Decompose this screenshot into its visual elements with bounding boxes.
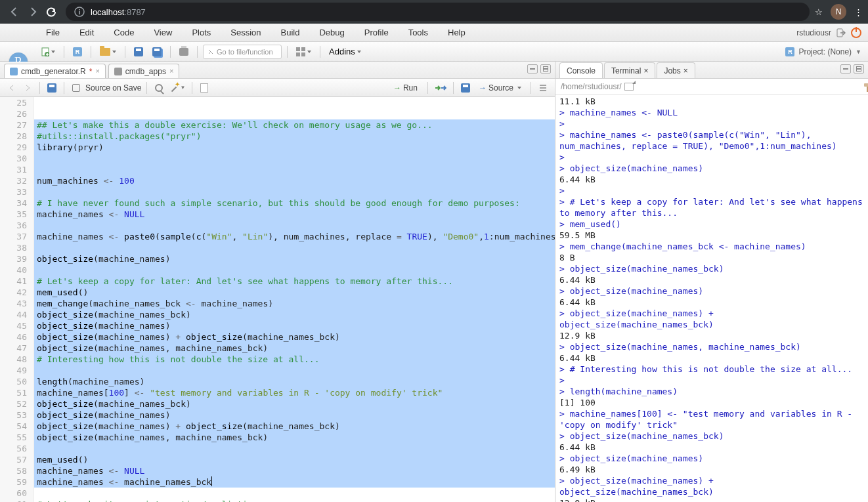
menu-tools[interactable]: Tools (406, 26, 431, 39)
menu-file[interactable]: File (43, 26, 62, 39)
open-file-button[interactable] (97, 45, 119, 59)
code-line[interactable] (34, 365, 555, 376)
code-line[interactable] (34, 164, 555, 175)
close-tab-icon[interactable]: × (643, 66, 648, 75)
print-button[interactable] (176, 45, 192, 59)
code-line[interactable] (34, 242, 555, 253)
view-working-dir-icon[interactable] (624, 83, 634, 91)
code-line[interactable]: mem_change(machine_names_bck <- machine_… (34, 298, 555, 309)
code-line[interactable]: machine_names <- paste0(sample(c("Win", … (34, 231, 555, 242)
menu-view[interactable]: View (151, 26, 175, 39)
console-output[interactable]: 11.1 kB> machine_names <- NULL> > machin… (555, 94, 868, 502)
close-tab-icon[interactable]: × (684, 66, 688, 75)
code-line[interactable]: # Let's keep a copy for later: And let's… (34, 276, 555, 287)
new-file-button[interactable] (38, 45, 58, 59)
pane-maximize-button[interactable] (540, 64, 551, 73)
code-line[interactable]: mem_used() (34, 454, 555, 465)
browser-reload-button[interactable] (42, 3, 60, 21)
code-line[interactable]: object_size(machine_names) (34, 253, 555, 264)
code-tools-button[interactable]: ▼ (168, 81, 186, 94)
source-on-save-checkbox[interactable] (70, 81, 83, 94)
rerun-button[interactable] (433, 81, 448, 94)
code-line[interactable]: machine_names <- machine_names_bck (34, 476, 555, 488)
code-line[interactable] (34, 108, 555, 119)
save-file-button[interactable] (45, 81, 58, 94)
console-tab-terminal[interactable]: Terminal× (604, 62, 655, 78)
source-script-button[interactable] (459, 81, 472, 94)
menu-session[interactable]: Session (228, 26, 263, 39)
code-line[interactable]: machine_names <- NULL (34, 465, 555, 476)
profile-avatar[interactable]: N (831, 4, 846, 20)
code-line[interactable] (34, 264, 555, 276)
code-line[interactable]: object_size(machine_names) + object_size… (34, 421, 555, 432)
code-editor[interactable]: 2526272829303132333435363738394041424344… (0, 97, 555, 502)
code-line[interactable]: object_size(machine_names) + object_size… (34, 331, 555, 343)
new-project-button[interactable]: R (70, 45, 85, 59)
pane-minimize-button[interactable] (840, 64, 851, 73)
save-button[interactable] (131, 45, 146, 59)
console-tab-console[interactable]: Console (559, 62, 603, 78)
site-info-icon[interactable] (74, 6, 85, 18)
code-line[interactable]: machine_names <- NULL (34, 209, 555, 220)
code-line[interactable]: #utils::install.packages("pryr") (34, 131, 555, 142)
code-line[interactable]: length(machine_names) (34, 376, 555, 387)
compile-report-button[interactable] (198, 81, 211, 94)
browser-forward-button[interactable] (24, 3, 42, 21)
workspace-panes-button[interactable] (293, 45, 315, 59)
code-line[interactable]: object_size(machine_names) (34, 320, 555, 331)
tab-label: cmdb_apps (125, 67, 166, 76)
code-line[interactable]: machine_names[100] <- "test memory and v… (34, 387, 555, 398)
menu-plots[interactable]: Plots (189, 26, 213, 39)
goto-file-function-input[interactable]: Go to file/function (203, 45, 282, 59)
find-replace-button[interactable] (152, 81, 165, 94)
nav-back-button[interactable] (5, 81, 18, 94)
nav-forward-button[interactable] (21, 81, 34, 94)
code-line[interactable]: # I have never found such a simple scena… (34, 198, 555, 209)
browser-url-bar[interactable]: localhost:8787 (66, 3, 810, 21)
code-line[interactable]: num_machines <- 100 (34, 175, 555, 186)
menu-help[interactable]: Help (445, 26, 468, 39)
console-tab-jobs[interactable]: Jobs× (657, 62, 695, 78)
code-line[interactable]: object_size(machine_names, machine_names… (34, 432, 555, 443)
code-line[interactable]: object_size(machine_names, machine_names… (34, 343, 555, 354)
code-line[interactable]: library(pryr) (34, 142, 555, 153)
code-line[interactable]: object_size(machine_names_bck) (34, 309, 555, 320)
menu-debug[interactable]: Debug (316, 26, 347, 39)
code-line[interactable] (34, 97, 555, 108)
bookmark-star-icon[interactable]: ☆ (815, 7, 823, 17)
pane-maximize-button[interactable] (854, 64, 864, 73)
editor-tab[interactable]: cmdb_generator.R*× (4, 64, 106, 78)
menu-build[interactable]: Build (278, 26, 303, 39)
project-label[interactable]: Project: (None) (798, 47, 852, 56)
run-button[interactable]: →Run (389, 83, 422, 93)
addins-menu[interactable]: Addins (326, 45, 364, 59)
code-line[interactable] (34, 153, 555, 164)
code-line[interactable]: # Interesting how this is not double the… (34, 354, 555, 365)
browser-back-button[interactable] (5, 3, 24, 21)
code-line[interactable] (34, 186, 555, 198)
outline-button[interactable] (536, 81, 550, 94)
console-line: 59.5 MB (559, 230, 864, 241)
code-line[interactable]: object_size(machine_names_bck) (34, 398, 555, 409)
sign-out-icon[interactable] (835, 27, 847, 39)
menu-edit[interactable]: Edit (77, 26, 97, 39)
editor-tab[interactable]: cmdb_apps× (108, 64, 179, 78)
quit-session-icon[interactable] (851, 28, 861, 38)
code-line[interactable] (34, 488, 555, 499)
close-tab-icon[interactable]: × (169, 68, 173, 75)
source-menu-button[interactable]: →Source (475, 83, 525, 93)
menu-code[interactable]: Code (111, 26, 137, 39)
close-tab-icon[interactable]: × (95, 68, 99, 75)
browser-menu-button[interactable]: ⋮ (854, 7, 863, 17)
project-dropdown-icon[interactable]: ▼ (856, 49, 861, 55)
code-line[interactable]: # Let's make it more interesting/realist… (34, 499, 555, 502)
pane-minimize-button[interactable] (527, 64, 538, 73)
code-line[interactable]: object_size(machine_names) (34, 409, 555, 421)
menu-profile[interactable]: Profile (362, 26, 391, 39)
code-line[interactable]: mem_used() (34, 287, 555, 298)
save-all-button[interactable] (149, 45, 165, 59)
code-line[interactable] (34, 220, 555, 231)
console-line: > # Interesting how this is not double t… (559, 364, 864, 375)
code-line[interactable] (34, 443, 555, 454)
code-line[interactable]: ## Let's make this a double exercise: We… (34, 119, 555, 131)
